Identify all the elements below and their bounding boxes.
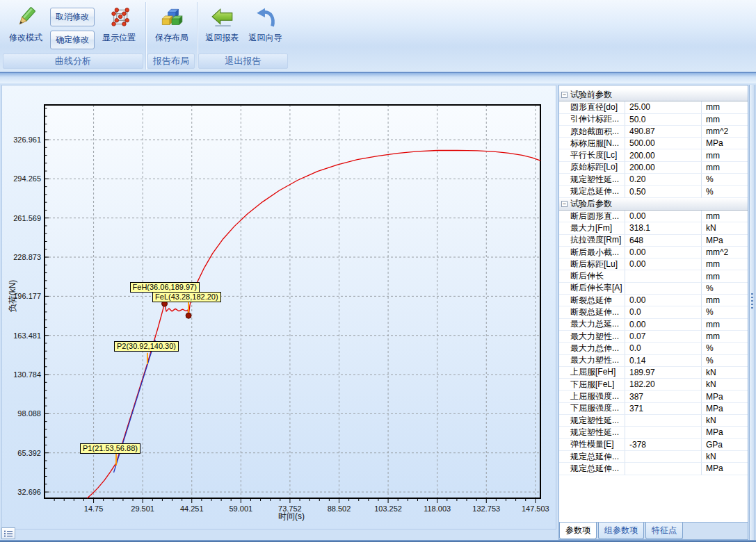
cancel-modify-button[interactable]: 取消修改 <box>50 8 95 26</box>
param-unit: MPa <box>702 235 748 247</box>
param-row[interactable]: 断裂总延伸...0.0% <box>559 306 748 318</box>
y-tick-label: 98.088 <box>17 409 41 418</box>
param-row[interactable]: 规定塑性延...0.20% <box>559 174 748 186</box>
param-row[interactable]: 断后伸长mm <box>559 270 748 282</box>
param-row[interactable]: 上屈服强度...387MPa <box>559 391 748 402</box>
ribbon-separator <box>145 2 146 69</box>
param-name: 抗拉强度[Rm] <box>559 235 625 247</box>
param-row[interactable]: 引伸计标距...50.0mm <box>559 114 748 126</box>
param-value: 200.00 <box>625 149 702 161</box>
param-row[interactable]: 规定总延伸...0.50% <box>559 186 748 197</box>
param-value: 0.0 <box>625 343 702 354</box>
save-layout-button[interactable]: 保存布局 <box>150 3 193 53</box>
y-tick-label: 163.481 <box>13 331 41 340</box>
curve-chart-panel: 14.7529.50144.25159.00173.75288.502103.2… <box>1 85 556 529</box>
param-row[interactable]: 断后最小截...0.00mm^2 <box>559 247 748 258</box>
y-tick-label: 228.873 <box>13 253 41 261</box>
return-wizard-label: 返回向导 <box>249 32 282 44</box>
ribbon-group-curve-analysis: 曲线分析 <box>3 54 143 69</box>
save-layout-label: 保存布局 <box>155 32 188 44</box>
x-tick-label: 132.753 <box>472 504 500 513</box>
param-row[interactable]: 上屈服[FeH]189.97kN <box>559 367 748 379</box>
param-value <box>625 283 702 295</box>
param-row[interactable]: 弹性模量[E]-378GPa <box>559 439 748 451</box>
param-name: 上屈服强度... <box>559 391 625 402</box>
param-row[interactable]: 规定总延伸...MPa <box>559 463 748 475</box>
show-position-button[interactable]: 显示位置 <box>97 3 140 53</box>
ribbon-toolbar: 修改模式 取消修改 确定修改 显示位置 <box>0 0 756 72</box>
tab-group-parameter-items[interactable]: 组参数项 <box>598 523 644 539</box>
param-unit: mm <box>702 319 748 331</box>
param-unit: kN <box>702 222 748 234</box>
group-label: 报告布局 <box>153 55 189 67</box>
toolbar-bottom-band <box>0 72 756 83</box>
param-row[interactable]: 最大力塑性...0.07mm <box>559 331 748 343</box>
param-section-header[interactable]: −试验前参数 <box>559 89 748 101</box>
param-name: 规定总延伸... <box>559 186 625 197</box>
param-row[interactable]: 最大力塑性...0.14% <box>559 355 748 367</box>
param-name: 原始标距[Lo] <box>559 162 625 174</box>
param-row[interactable]: 最大力总伸...0.0% <box>559 343 748 354</box>
param-name: 标称屈服[N... <box>559 138 625 149</box>
param-name: 最大力塑性... <box>559 331 625 343</box>
param-name: 最大力[Fm] <box>559 222 625 234</box>
param-unit: mm^2 <box>702 247 748 258</box>
param-row[interactable]: 规定塑性延...kN <box>559 415 748 427</box>
param-name: 规定总延伸... <box>559 463 625 475</box>
param-value: 50.0 <box>625 114 702 126</box>
return-wizard-button[interactable]: 返回向导 <box>244 3 287 53</box>
param-row[interactable]: 断后圆形直...0.00mm <box>559 211 748 222</box>
param-value: 387 <box>625 391 702 402</box>
x-tick-label: 118.003 <box>424 504 451 513</box>
param-row[interactable]: 原始截面积...490.87mm^2 <box>559 126 748 138</box>
confirm-modify-button[interactable]: 确定修改 <box>50 31 95 49</box>
right-splitter-handle[interactable] <box>749 85 755 540</box>
param-row[interactable]: 最大力总延...0.00mm <box>559 319 748 331</box>
green-left-arrow-icon <box>211 6 234 29</box>
tab-feature-points[interactable]: 特征点 <box>645 523 683 539</box>
list-toggle-button[interactable] <box>1 527 15 539</box>
param-row[interactable]: 断后伸长率[A]% <box>559 283 748 295</box>
x-tick-label: 103.252 <box>374 504 402 513</box>
group-label: 曲线分析 <box>55 55 91 67</box>
param-row[interactable]: 断后标距[Lu]0.00mm <box>559 258 748 270</box>
pencil-icon <box>14 6 38 29</box>
param-row[interactable]: 圆形直径[do]25.00mm <box>559 101 748 113</box>
param-row[interactable]: 最大力[Fm]318.1kN <box>559 222 748 234</box>
param-row[interactable]: 抗拉强度[Rm]648MPa <box>559 235 748 247</box>
collapse-minus-icon[interactable]: − <box>561 201 568 207</box>
y-tick-label: 65.392 <box>17 449 41 457</box>
param-row[interactable]: 下屈服[FeL]182.20kN <box>559 379 748 391</box>
curve-feature-label[interactable]: FeL(43.28,182.20) <box>152 292 221 302</box>
ribbon-group-exit-report: 退出报告 <box>198 54 288 69</box>
param-row[interactable]: 平行长度[Lc]200.00mm <box>559 149 748 161</box>
param-name: 下屈服强度... <box>559 403 625 415</box>
param-value: 648 <box>625 235 702 247</box>
tab-parameter-items[interactable]: 参数项 <box>559 523 597 539</box>
modify-mode-button[interactable]: 修改模式 <box>4 3 47 53</box>
section-header-label: 试验前参数 <box>570 89 612 101</box>
curve-feature-label[interactable]: P2(30.92,140.30) <box>114 341 179 352</box>
curve-feature-label[interactable]: FeH(36.06,189.97) <box>130 282 200 293</box>
param-value: 0.14 <box>625 355 702 367</box>
param-row[interactable]: 规定总延伸...kN <box>559 451 748 463</box>
collapse-minus-icon[interactable]: − <box>561 92 568 98</box>
param-row[interactable]: 断裂总延伸0.00mm <box>559 295 748 306</box>
param-row[interactable]: 原始标距[Lo]200.00mm <box>559 162 748 174</box>
param-row[interactable]: 下屈服强度...371MPa <box>559 403 748 415</box>
tab-label: 组参数项 <box>604 525 638 536</box>
param-unit: MPa <box>702 138 748 149</box>
x-tick-label: 14.75 <box>84 504 104 513</box>
return-report-button[interactable]: 返回报表 <box>201 3 243 53</box>
param-value: 200.00 <box>625 162 702 174</box>
param-unit: MPa <box>702 427 748 438</box>
param-row[interactable]: 标称屈服[N...500.00MPa <box>559 138 748 149</box>
curve-feature-label[interactable]: P1(21.53,56.88) <box>80 443 140 454</box>
param-row[interactable]: 规定塑性延...MPa <box>559 427 748 438</box>
param-unit: GPa <box>702 439 748 451</box>
param-section-header[interactable]: −试验后参数 <box>559 198 748 211</box>
feature-point-dot[interactable] <box>186 313 191 318</box>
param-name: 断后伸长率[A] <box>559 283 625 295</box>
param-unit: % <box>702 186 748 197</box>
param-unit: mm <box>702 258 748 270</box>
